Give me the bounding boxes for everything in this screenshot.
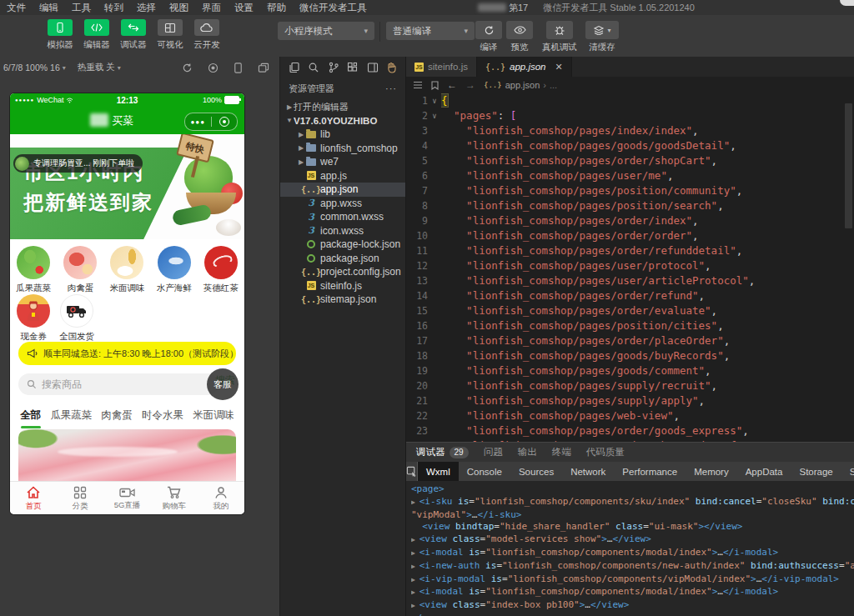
devtools-tab-memory[interactable]: Memory — [686, 462, 737, 481]
breadcrumb-more[interactable]: ... — [550, 80, 557, 90]
debugger-tab-2[interactable]: 输出 — [518, 446, 537, 458]
tabbar-live[interactable]: 5G直播 — [103, 482, 150, 514]
outline-icon[interactable] — [413, 81, 423, 89]
tab-siteinfo-js[interactable]: JS siteinfo.js — [406, 57, 477, 77]
git-branch-icon[interactable] — [328, 62, 339, 73]
code-line[interactable]: 8 "lionfish_comshop/pages/position/searc… — [406, 198, 854, 213]
panel-toggle-cloud[interactable]: 云开发 — [193, 19, 221, 51]
tabbar-category[interactable]: 分类 — [57, 482, 103, 514]
devtools-tab-network[interactable]: Network — [562, 462, 614, 481]
files-icon[interactable] — [289, 62, 300, 73]
tabbar-profile[interactable]: 我的 — [198, 482, 244, 514]
code-line[interactable]: 23 "lionfish_comshop/pages/order/goods_e… — [406, 423, 854, 438]
panel-toggle-inspector[interactable]: 调试器 — [119, 19, 148, 51]
code-line[interactable]: 15 "lionfish_comshop/pages/order/evaluat… — [406, 303, 854, 318]
category-shipping[interactable]: 全国发货 — [55, 294, 98, 343]
tree-item--[interactable]: ▶打开的编辑器 — [280, 100, 405, 114]
forward-icon[interactable]: → — [465, 79, 475, 91]
devtools-tab-appdata[interactable]: AppData — [737, 462, 791, 481]
action-preview[interactable]: 预览 — [506, 21, 533, 53]
category-seafood[interactable]: 水产海鲜 — [153, 246, 196, 294]
tree-item-lib[interactable]: ▶lib — [280, 128, 405, 142]
code-line[interactable]: 2∨ "pages": [ — [406, 108, 854, 123]
tree-item-sitemap-json[interactable]: {..}sitemap.json — [280, 293, 405, 307]
goods-tab-3[interactable]: 时令水果 — [142, 408, 183, 423]
code-line[interactable]: 12 "lionfish_comshop/pages/user/protocol… — [406, 258, 854, 273]
goods-tab-4[interactable]: 米面调味 — [193, 408, 234, 423]
debugger-tab-3[interactable]: 终端 — [552, 446, 571, 458]
code-area[interactable]: 1∨{2∨ "pages": [3 "lionfish_comshop/page… — [406, 93, 854, 442]
tree-item-lionfish-comshop[interactable]: ▶lionfish_comshop — [280, 142, 405, 156]
inspect-element-icon[interactable] — [406, 462, 418, 481]
goods-tab-0[interactable]: 全部 — [20, 408, 41, 423]
debugger-tab-1[interactable]: 问题 — [484, 446, 503, 458]
wxml-line[interactable]: ▶ <i-modal is="lionfish_comshop/componen… — [411, 586, 854, 599]
more-menu-icon[interactable]: ●●● — [185, 118, 211, 126]
wxml-line[interactable]: ▶ <i-modal is="lionfish_comshop/componen… — [411, 547, 854, 560]
product-image[interactable] — [18, 429, 236, 481]
code-line[interactable]: 10 "lionfish_comshop/pages/order/order", — [406, 228, 854, 243]
code-line[interactable]: 1∨{ — [406, 93, 854, 108]
search-input[interactable]: 搜索商品 — [18, 373, 219, 395]
goods-tab-1[interactable]: 瓜果蔬菜 — [50, 408, 92, 423]
close-minimize-icon[interactable] — [212, 117, 238, 127]
code-line[interactable]: 19 "lionfish_comshop/pages/goods/comment… — [406, 363, 854, 378]
panel-toggle-simulator[interactable]: 模拟器 — [46, 19, 74, 51]
code-line[interactable]: 4 "lionfish_comshop/pages/goods/goodsDet… — [406, 138, 854, 153]
devtools-tab-storage[interactable]: Storage — [791, 462, 841, 481]
code-line[interactable]: 11 "lionfish_comshop/pages/order/refundd… — [406, 243, 854, 258]
action-compile[interactable]: 编译 — [475, 21, 502, 53]
category-coupon[interactable]: 现金券 — [12, 294, 55, 343]
category-meat[interactable]: 肉禽蛋 — [58, 246, 102, 294]
tree-item-icon-wxss[interactable]: 3icon.wxss — [280, 224, 405, 238]
wxml-line[interactable]: ▶ <i-new-auth is="lionfish_comshop/compo… — [411, 560, 854, 573]
wxml-line[interactable]: ▶ <i-sku is="lionfish_comshop/components… — [411, 496, 854, 509]
tree-item-package-json[interactable]: package.json — [280, 252, 405, 266]
menu-item-7[interactable]: 设置 — [228, 2, 260, 14]
code-line[interactable]: 18 "lionfish_comshop/pages/goods/buyReco… — [406, 348, 854, 363]
code-line[interactable]: 5 "lionfish_comshop/pages/order/shopCart… — [406, 153, 854, 168]
wxml-line[interactable]: ▶ <i-vip-modal is="lionfish_comshop/comp… — [411, 573, 854, 587]
bookmark-icon[interactable] — [431, 81, 439, 90]
tabbar-home[interactable]: 首页 — [10, 482, 57, 514]
code-line[interactable]: 16 "lionfish_comshop/pages/position/citi… — [406, 318, 854, 333]
wxml-line[interactable]: <page> — [411, 483, 854, 496]
customer-service-button[interactable]: 客服 — [207, 368, 239, 400]
back-icon[interactable]: ← — [447, 79, 457, 91]
tree-item-common-wxss[interactable]: 3common.wxss — [280, 210, 405, 224]
panel-toggle-editor[interactable]: 编辑器 — [83, 19, 111, 51]
promo-banner[interactable]: 市区1小时内 把新鲜送到家 特快 专调理肠胃亚... 刚刚下单啦 — [10, 134, 244, 239]
debugger-tab-4[interactable]: 代码质量 — [586, 446, 625, 458]
tree-item-app-json[interactable]: {..}app.json — [280, 183, 405, 197]
menu-item-3[interactable]: 转到 — [98, 2, 130, 14]
menu-item-1[interactable]: 编辑 — [33, 2, 65, 14]
menu-item-2[interactable]: 工具 — [65, 2, 98, 14]
action-bug[interactable]: 真机调试 — [542, 21, 577, 53]
code-line[interactable]: 3 "lionfish_comshop/pages/index/index", — [406, 123, 854, 138]
devtools-tab-security[interactable]: Security — [841, 462, 854, 481]
wechat-capsule[interactable]: ●●● — [184, 113, 238, 131]
panel-toggle-visual[interactable]: 可视化 — [156, 19, 184, 51]
devtools-tab-console[interactable]: Console — [459, 462, 510, 481]
mode-dropdown[interactable]: 小程序模式▾ — [278, 22, 374, 40]
devtools-tab-sources[interactable]: Sources — [510, 462, 562, 481]
menu-item-0[interactable]: 文件 — [0, 2, 33, 14]
tree-item-app-wxss[interactable]: 3app.wxss — [280, 197, 405, 211]
device-frame-icon[interactable] — [234, 63, 243, 73]
wxml-line[interactable]: <view bindtap="hide_share_handler" class… — [411, 521, 854, 533]
menu-item-5[interactable]: 视图 — [163, 2, 195, 14]
code-line[interactable]: 9 "lionfish_comshop/pages/order/index", — [406, 213, 854, 228]
code-line[interactable]: 13 "lionfish_comshop/pages/user/articleP… — [406, 273, 854, 288]
action-cache[interactable]: ▾清缓存 — [585, 21, 619, 53]
notice-bar[interactable]: 顺丰同城急送: 上午8:30 晚上18:00（测试阶段） — [18, 342, 236, 365]
code-line[interactable]: 14 "lionfish_comshop/pages/order/refund"… — [406, 288, 854, 303]
tree-item-v17-6-0youzhibo[interactable]: ▼V17.6.0YOUZHIBO — [280, 114, 405, 128]
menu-item-9[interactable]: 微信开发者工具 — [293, 2, 374, 14]
wxml-line[interactable]: </page> — [411, 613, 854, 616]
tab-app-json[interactable]: {..} app.json ✕ — [477, 57, 572, 77]
code-line[interactable]: 22 "lionfish_comshop/pages/web-view", — [406, 408, 854, 423]
record-icon[interactable] — [208, 63, 219, 73]
wxml-line[interactable]: "vipModal">…</i-sku> — [411, 509, 854, 522]
menu-item-8[interactable]: 帮助 — [260, 2, 293, 14]
code-line[interactable]: 20 "lionfish_comshop/pages/supply/recrui… — [406, 378, 854, 393]
